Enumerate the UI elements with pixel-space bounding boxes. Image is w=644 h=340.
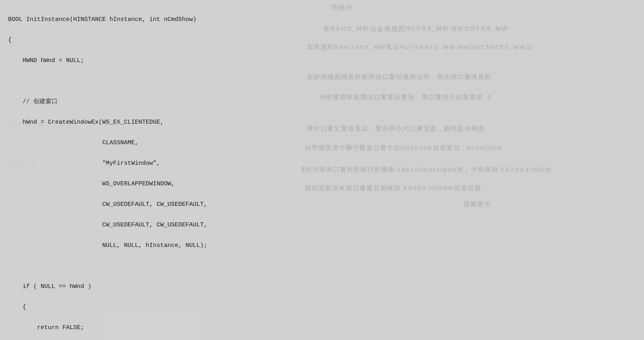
watermark-1: 行程序: [330, 4, 352, 12]
code-line-5: // 创建窗口: [8, 97, 294, 107]
code-container: BOOL InitInstance(HINSTANCE hInstance, i…: [0, 0, 302, 340]
code-line-11: CW_USEDEFAULT, CW_USEDEFAULT,: [8, 220, 294, 230]
watermark-6: 选择合适的值，选定窗口大小和位置，以及设置父窗口句柄: [306, 125, 484, 133]
watermark-4: 消息和窗口相关联，并以此标识窗口处理该消息的函数的地址: [306, 73, 491, 81]
code-line-12: NULL, NULL, hInstance, NULL);: [8, 240, 294, 251]
code-block: BOOL InitInstance(HINSTANCE hInstance, i…: [8, 4, 294, 340]
code-line-7: CLASSNAME,: [8, 138, 294, 148]
code-line-16: return FALSE;: [8, 323, 294, 333]
watermark-7: hInstance，以便告知Windows这个窗口是属于哪个应用程序的: [304, 144, 502, 152]
code-line-8: "MyFirstWindow",: [8, 158, 294, 169]
code-line-6: hWnd = CreateWindowEx(WS_EX_CLIENTEDGE,: [8, 117, 294, 128]
code-line-10: CW_USEDEFAULT, CW_USEDEFAULT,: [8, 199, 294, 210]
code-line-3: HWND hWnd = NULL;: [8, 56, 294, 66]
code-line-1: BOOL InitInstance(HINSTANCE hInstance, i…: [8, 15, 294, 25]
code-line-9: WS_OVERLAPPEDWINDOW,: [8, 179, 294, 189]
code-line-2: {: [8, 35, 294, 46]
watermark-5: 3. 如果是自己的窗口类，还要设置窗口的图标和鼠标指针: [318, 93, 491, 101]
watermark-9: 然后使用WNDCLASSEX 结构体注册窗口类来实现该功能: [304, 185, 481, 192]
page-container: 行程序 WM_KEYDOWN WM_KEYUP消息将会以WM_CHAR形 以WM…: [0, 0, 644, 340]
watermark-8: WNDCLASSEX 结构体中，对RegisterClassEx 函数进行调用对…: [298, 166, 550, 174]
watermark-10: 方便调用: [463, 201, 490, 208]
watermark-3: 以WM_SYSKEYDOWN WM_SYSKEYUP以及WM_SYSCHAR消息…: [306, 44, 532, 51]
code-line-14: if ( NULL == hWnd ): [8, 282, 294, 292]
code-line-15: {: [8, 302, 294, 313]
watermark-2: WM_KEYDOWN WM_KEYUP消息将会以WM_CHAR形: [322, 25, 508, 33]
code-line-4: [8, 76, 294, 87]
code-line-13: [8, 261, 294, 272]
